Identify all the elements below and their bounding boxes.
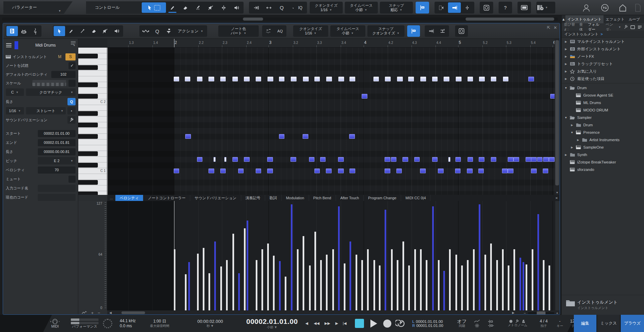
line-tool-button[interactable]: [77, 26, 88, 36]
midi-note[interactable]: [385, 169, 390, 173]
play-button[interactable]: [370, 315, 377, 332]
return-to-start-button[interactable]: |◀: [343, 315, 346, 332]
midi-note[interactable]: [502, 169, 508, 173]
expander-closed-icon[interactable]: ▶: [564, 77, 567, 80]
detach-editor-icon[interactable]: ⇱: [547, 25, 550, 30]
midi-note[interactable]: [455, 157, 461, 162]
velocity-bar[interactable]: [291, 204, 292, 310]
piano-key[interactable]: [78, 105, 107, 111]
midi-note[interactable]: [279, 77, 285, 81]
midi-note[interactable]: [414, 157, 420, 162]
snap-toggle-button[interactable]: [407, 25, 420, 37]
zoom-in-icon[interactable]: +: [556, 311, 558, 315]
midi-note[interactable]: [349, 134, 355, 139]
scroll-down-icon[interactable]: ▼: [555, 191, 560, 194]
velocity-bar[interactable]: [397, 260, 398, 310]
action-dropdown[interactable]: アクション ▼: [174, 28, 206, 34]
piano-key[interactable]: [78, 53, 107, 59]
piano-key[interactable]: [78, 151, 107, 157]
midi-note[interactable]: [208, 77, 214, 81]
tree-item[interactable]: ▶最近使った項目: [562, 75, 644, 82]
input-chord-field[interactable]: [38, 185, 76, 192]
velocity-bar[interactable]: [523, 262, 524, 310]
tree-item[interactable]: ▶SampleOne: [562, 144, 644, 151]
expander-closed-icon[interactable]: ▶: [564, 55, 567, 58]
snap-dropdown[interactable]: スナップ 順応▼: [380, 2, 413, 14]
piano-key[interactable]: [78, 145, 107, 151]
home-button[interactable]: [618, 3, 628, 13]
track-color-swatch[interactable]: [15, 41, 18, 49]
mute-tool-button[interactable]: [204, 2, 217, 13]
automation-tab[interactable]: After Touch: [336, 195, 364, 201]
expander-open-icon[interactable]: ▼: [570, 131, 573, 134]
midi-note[interactable]: [244, 77, 250, 81]
piano-key[interactable]: [78, 48, 107, 53]
loop-button[interactable]: [395, 315, 407, 332]
velocity-bar[interactable]: [256, 260, 257, 310]
sync-button[interactable]: [600, 3, 610, 13]
browser-tab[interactable]: ファ▼: [642, 15, 644, 23]
quantize-dropdown[interactable]: クオンタイズ 1/16▼: [293, 25, 328, 37]
tree-item[interactable]: iZotope BreakTweaker: [562, 158, 644, 166]
velocity-bar[interactable]: [513, 249, 515, 310]
midi-note[interactable]: [543, 169, 549, 173]
automation-tab[interactable]: Program Change: [364, 195, 401, 201]
velocity-bar[interactable]: [379, 265, 381, 310]
eraser-tool-button[interactable]: [88, 26, 100, 36]
velocity-bar[interactable]: [247, 221, 248, 310]
automation-tab[interactable]: サウンドバリエーション: [190, 195, 241, 201]
velocity-bar[interactable]: [385, 210, 386, 310]
piano-key[interactable]: C 1: [78, 168, 107, 174]
piano-key[interactable]: [78, 134, 107, 139]
piano-key[interactable]: [78, 94, 107, 99]
length-quantize-button[interactable]: Q: [67, 98, 76, 105]
help-button[interactable]: ?: [499, 2, 512, 14]
eraser-tool-button[interactable]: [179, 2, 192, 13]
piano-key[interactable]: [78, 122, 107, 128]
midi-note[interactable]: [444, 77, 449, 81]
length-value-dropdown[interactable]: 1/16 ▼: [6, 107, 24, 114]
midi-note[interactable]: [420, 77, 426, 81]
ramp-button[interactable]: [263, 26, 274, 36]
midi-note[interactable]: [220, 77, 226, 81]
piano-key[interactable]: [78, 139, 107, 145]
midi-note[interactable]: [268, 77, 273, 81]
automation-tab[interactable]: MIDI CC 0|4: [401, 195, 430, 201]
midi-note[interactable]: [397, 77, 403, 81]
expander-closed-icon[interactable]: ▶: [564, 48, 567, 51]
quantize-dropdown[interactable]: クオンタイズ 1/16▼: [310, 2, 343, 14]
drum-editor-button[interactable]: [6, 26, 18, 36]
listen-tool-button[interactable]: [111, 26, 122, 36]
midi-note[interactable]: [543, 157, 549, 162]
midi-note[interactable]: [537, 157, 543, 162]
browser-tab[interactable]: ループ: [627, 15, 642, 23]
velocity-bar[interactable]: [303, 236, 304, 310]
expander-closed-icon[interactable]: ▶: [564, 62, 567, 66]
scroll-right-icon[interactable]: ▶: [512, 310, 514, 315]
piano-key[interactable]: [78, 128, 107, 134]
velocity-bar[interactable]: [490, 244, 492, 310]
midi-note[interactable]: [232, 157, 238, 162]
editor-vscrollbar[interactable]: ▼: [555, 39, 560, 195]
velocity-bar[interactable]: [214, 241, 216, 310]
stop-button[interactable]: [355, 315, 364, 332]
piano-key[interactable]: [78, 185, 107, 191]
velocity-bar[interactable]: [449, 249, 451, 310]
midi-note[interactable]: [338, 157, 344, 162]
midi-note[interactable]: [455, 169, 461, 173]
mute-checkbox[interactable]: [68, 176, 76, 183]
expander-open-icon[interactable]: ▼: [564, 86, 567, 90]
autoscroll-button[interactable]: [425, 26, 437, 36]
tree-item[interactable]: ▶ノートFX: [562, 53, 644, 60]
midi-note[interactable]: [479, 157, 484, 162]
automation-tab[interactable]: 歌詞: [265, 195, 282, 201]
midi-note[interactable]: [385, 77, 391, 81]
note-length-display-dropdown[interactable]: [437, 26, 448, 36]
instrument-solo-button[interactable]: S: [65, 53, 76, 60]
quantize-panel-button[interactable]: Q: [275, 2, 288, 13]
add-lane-icon[interactable]: +: [91, 310, 94, 315]
midi-note[interactable]: [256, 169, 261, 173]
piano-key[interactable]: [78, 65, 107, 71]
punch-controls[interactable]: [487, 315, 494, 332]
midi-note[interactable]: [467, 169, 473, 173]
